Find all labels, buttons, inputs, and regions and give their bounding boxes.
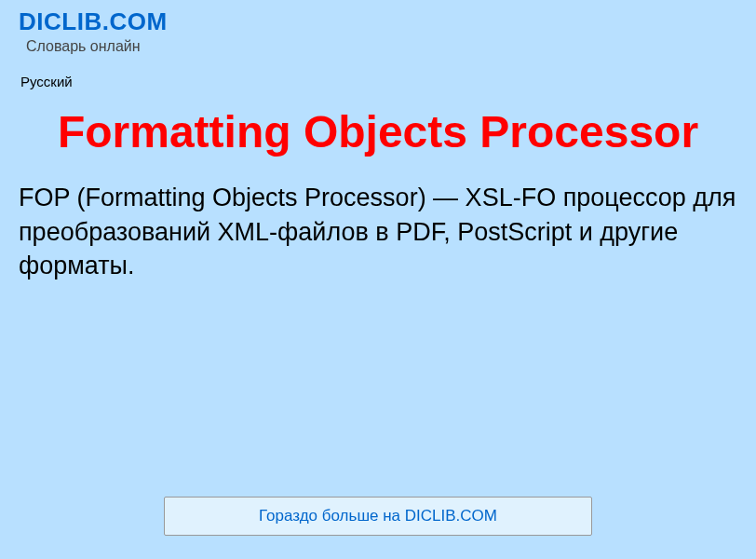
header: DICLIB.COM Словарь онлайн Русский [0, 0, 756, 89]
article-description: FOP (Formatting Objects Processor) — XSL… [0, 181, 756, 282]
more-link-button[interactable]: Гораздо больше на DICLIB.COM [164, 497, 592, 536]
site-title[interactable]: DICLIB.COM [19, 7, 737, 36]
site-subtitle: Словарь онлайн [26, 38, 737, 55]
page-title: Formatting Objects Processor [0, 106, 756, 157]
language-label[interactable]: Русский [20, 74, 737, 89]
